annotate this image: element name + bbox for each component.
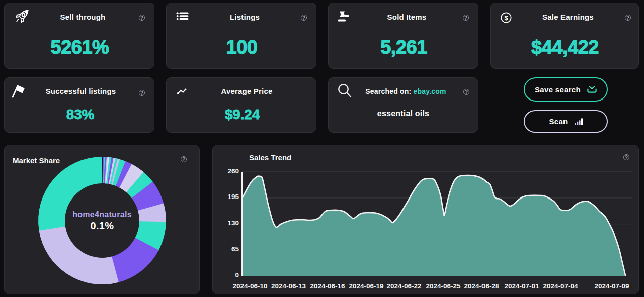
svg-text:2024-07-04: 2024-07-04 xyxy=(543,282,578,290)
svg-text:0: 0 xyxy=(235,271,239,279)
svg-text:2024-06-13: 2024-06-13 xyxy=(271,282,306,290)
svg-text:2024-06-28: 2024-06-28 xyxy=(464,282,499,290)
svg-text:2024-06-25: 2024-06-25 xyxy=(426,282,461,290)
svg-text:195: 195 xyxy=(227,193,239,201)
svg-text:2024-07-09: 2024-07-09 xyxy=(594,282,629,290)
svg-text:260: 260 xyxy=(227,167,239,175)
svg-text:130: 130 xyxy=(227,219,239,227)
svg-text:2024-06-10: 2024-06-10 xyxy=(232,282,267,290)
svg-text:2024-07-01: 2024-07-01 xyxy=(504,282,539,290)
svg-text:2024-06-16: 2024-06-16 xyxy=(310,282,345,290)
svg-text:65: 65 xyxy=(231,245,239,253)
svg-text:2024-06-22: 2024-06-22 xyxy=(386,282,421,290)
svg-text:2024-06-19: 2024-06-19 xyxy=(349,282,383,290)
